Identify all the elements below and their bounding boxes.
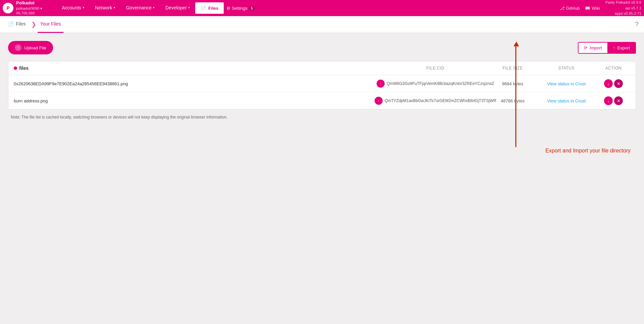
col-header-cid: file cid bbox=[382, 66, 489, 71]
table-header: files file cid file size status action bbox=[8, 61, 636, 75]
upload-icon: ↑ bbox=[15, 44, 22, 51]
row-status: View status in Crust bbox=[536, 98, 597, 103]
col-header-size: file size bbox=[489, 66, 536, 71]
annotation-arrow-line bbox=[515, 43, 516, 128]
col-header-action: action bbox=[597, 66, 630, 71]
import-label: Import bbox=[590, 45, 602, 50]
row-filename: 0x2620638EDA99F9e7E902Ea24a285456EE94388… bbox=[14, 81, 382, 86]
cid-upload-icon: ↑ bbox=[375, 97, 383, 105]
download-icon-0[interactable]: ↓ bbox=[604, 79, 613, 88]
nav-accounts[interactable]: Accounts ▾ bbox=[56, 0, 90, 16]
download-icon-1[interactable]: ↓ bbox=[604, 96, 613, 105]
nav-github-label: GitHub bbox=[566, 6, 579, 11]
top-navigation: P Polkadot polkadot/9090 ▾ #6,766,588 Ac… bbox=[0, 0, 644, 16]
view-status-link-1[interactable]: View status in Crust bbox=[547, 98, 586, 103]
col-header-status: status bbox=[536, 66, 597, 71]
delete-icon-0[interactable]: ✕ bbox=[614, 79, 623, 88]
files-label-text: files bbox=[19, 65, 29, 71]
files-dot-icon bbox=[14, 66, 17, 70]
import-export-group: ⟳ Import ↑ Export bbox=[578, 42, 636, 54]
row-size: 9684 bytes bbox=[489, 81, 536, 86]
settings-icon: ⚙ bbox=[226, 6, 230, 11]
github-icon: ⎇ bbox=[560, 6, 565, 11]
nav-developer-label: Developer bbox=[165, 5, 187, 10]
cache-note: Note: The file list is cached locally, s… bbox=[8, 115, 636, 120]
nav-network-chevron: ▾ bbox=[114, 6, 115, 9]
brand-section[interactable]: P Polkadot polkadot/9090 ▾ #6,766,588 bbox=[3, 0, 56, 15]
subnav-files[interactable]: 📄 Files bbox=[5, 16, 29, 33]
nav-wiki[interactable]: 📖 Wiki bbox=[585, 6, 600, 11]
files-icon: 📄 bbox=[201, 6, 206, 11]
row-action: ↓ ✕ bbox=[597, 79, 630, 88]
row-cid: ↑ QmW6G3Go9FuTFppVemK8BcbazqKninr3ZREeYC… bbox=[382, 80, 489, 88]
upload-file-label: Upload File bbox=[24, 45, 46, 50]
wiki-icon: 📖 bbox=[585, 6, 590, 11]
row-cid-value: QmTYZdpM1axBbGwJKiTs7urGEM2mZCWhxB8rlGjT… bbox=[385, 98, 497, 103]
subnav-your-files-label: Your Files bbox=[40, 21, 61, 27]
files-table-label: files bbox=[14, 65, 382, 71]
settings-badge: 1 bbox=[249, 5, 255, 11]
cid-upload-icon: ↑ bbox=[377, 80, 385, 88]
row-status: View status in Crust bbox=[536, 81, 597, 86]
brand-block: #6,766,588 bbox=[16, 11, 42, 15]
export-label: Export bbox=[617, 45, 630, 50]
sub-navigation: 📄 Files ❯ Your Files ? bbox=[0, 16, 644, 33]
brand-name: Polkadot bbox=[16, 0, 42, 6]
subnav-files-icon: 📄 bbox=[8, 21, 14, 27]
nav-right: ⎇ GitHub 📖 Wiki Parity Polkadot v0.9.9 a… bbox=[560, 0, 641, 16]
upload-file-button[interactable]: ↑ Upload File bbox=[8, 41, 53, 54]
nav-governance[interactable]: Governance ▾ bbox=[121, 0, 160, 16]
nav-settings-label: Settings bbox=[232, 6, 248, 11]
nav-governance-chevron: ▾ bbox=[153, 6, 155, 9]
import-icon: ⟳ bbox=[584, 45, 588, 50]
version-api: api v5.7.1 bbox=[605, 5, 641, 11]
import-button[interactable]: ⟳ Import bbox=[578, 43, 608, 53]
files-table: files file cid file size status action 0… bbox=[8, 61, 636, 109]
nav-accounts-label: Accounts bbox=[62, 5, 81, 10]
subnav-files-label: Files bbox=[16, 21, 26, 27]
nav-files-button[interactable]: 📄 Files bbox=[195, 2, 224, 14]
nav-items: Accounts ▾ Network ▾ Governance ▾ Develo… bbox=[56, 0, 560, 16]
table-row: burn address.png ↑ QmTYZdpM1axBbGwJKiTs7… bbox=[8, 92, 636, 109]
nav-developer[interactable]: Developer ▾ bbox=[160, 0, 195, 16]
delete-icon-1[interactable]: ✕ bbox=[614, 96, 623, 105]
nav-developer-chevron: ▾ bbox=[188, 6, 190, 9]
nav-wiki-label: Wiki bbox=[592, 6, 600, 11]
export-button[interactable]: ↑ Export bbox=[608, 43, 635, 53]
version-polkadot: Parity Polkadot v0.9.9 bbox=[605, 0, 641, 5]
annotation-arrow-head bbox=[514, 42, 519, 46]
brand-text: Polkadot polkadot/9090 ▾ #6,766,588 bbox=[16, 0, 42, 15]
row-cid: ↑ QmTYZdpM1axBbGwJKiTs7urGEM2mZCWhxB8rlG… bbox=[382, 97, 489, 105]
help-icon[interactable]: ? bbox=[635, 20, 639, 28]
subnav-separator: ❯ bbox=[31, 21, 36, 28]
nav-network-label: Network bbox=[95, 5, 112, 10]
row-action: ↓ ✕ bbox=[597, 96, 630, 105]
nav-github[interactable]: ⎇ GitHub bbox=[560, 6, 579, 11]
subnav-your-files[interactable]: Your Files bbox=[38, 16, 64, 33]
row-size: 48786 bytes bbox=[489, 98, 536, 103]
brand-logo: P bbox=[3, 3, 13, 13]
brand-account: polkadot/9090 ▾ bbox=[16, 6, 42, 11]
version-info: Parity Polkadot v0.9.9 api v5.7.1 apps v… bbox=[605, 0, 641, 16]
nav-files-label: Files bbox=[208, 6, 218, 11]
row-cid-value: QmW6G3Go9FuTFppVemK8BcbazqKninr3ZREeYCzs… bbox=[387, 81, 494, 86]
version-apps: apps v0.95.2-71 bbox=[605, 11, 641, 16]
nav-network[interactable]: Network ▾ bbox=[90, 0, 121, 16]
nav-accounts-chevron: ▾ bbox=[83, 6, 84, 9]
row-filename: burn address.png bbox=[14, 98, 382, 103]
table-row: 0x2620638EDA99F9e7E902Ea24a285456EE94388… bbox=[8, 75, 636, 92]
main-content: ↑ Upload File ⟳ Import ↑ Export files fi… bbox=[0, 33, 644, 128]
column-headers: file cid file size status action bbox=[382, 66, 630, 71]
nav-governance-label: Governance bbox=[126, 5, 152, 10]
export-icon: ↑ bbox=[613, 45, 615, 50]
toolbar: ↑ Upload File ⟳ Import ↑ Export bbox=[8, 41, 636, 54]
view-status-link-0[interactable]: View status in Crust bbox=[547, 81, 586, 86]
nav-settings[interactable]: ⚙ Settings 1 bbox=[226, 5, 255, 11]
